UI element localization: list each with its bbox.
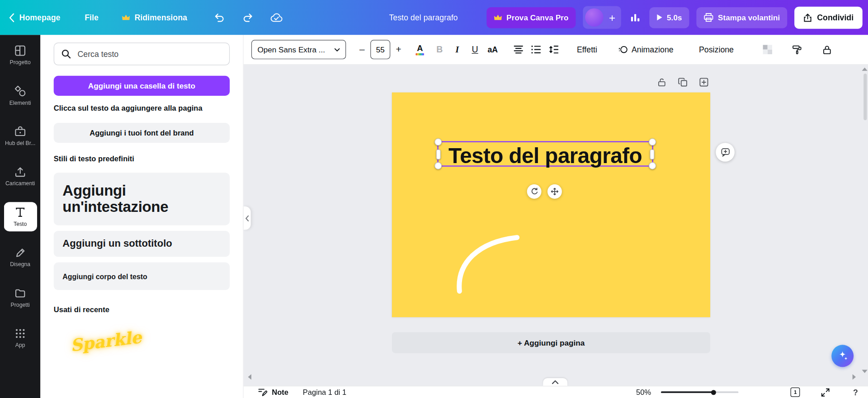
scroll-up-button[interactable] xyxy=(543,378,567,386)
rail-item-brand-hub[interactable]: Hub del Br... xyxy=(0,116,40,156)
brand-fonts-button[interactable]: Aggiungi i tuoi font del brand xyxy=(54,123,230,143)
selected-text[interactable]: Testo del paragrafo xyxy=(435,142,655,168)
zoom-slider[interactable] xyxy=(661,391,738,393)
homepage-link[interactable]: Homepage xyxy=(19,13,61,22)
text-color-button[interactable]: A xyxy=(416,44,424,55)
text-align-icon[interactable] xyxy=(509,40,527,59)
page-count-button[interactable]: 1 xyxy=(791,388,800,397)
page-lock-icon[interactable] xyxy=(656,77,666,87)
play-icon xyxy=(656,14,662,21)
elements-icon xyxy=(14,85,26,97)
page-controls xyxy=(656,77,708,87)
font-size-increase-button[interactable]: + xyxy=(392,40,406,58)
rail-item-uploads[interactable]: Caricamenti xyxy=(0,156,40,197)
zoom-slider-fill xyxy=(661,391,714,393)
animation-button[interactable]: Animazione xyxy=(618,45,674,54)
scrollbar-up-arrow[interactable] xyxy=(862,67,868,70)
undo-icon[interactable] xyxy=(214,13,226,22)
default-styles-heading: Stili di testo predefiniti xyxy=(54,155,230,163)
rail-item-text[interactable]: Testo xyxy=(0,197,40,237)
chevron-down-icon xyxy=(335,48,340,51)
comment-button[interactable] xyxy=(716,143,735,162)
selection-handle-e[interactable] xyxy=(650,150,655,159)
rotate-handle[interactable] xyxy=(527,184,542,199)
back-chevron-icon[interactable] xyxy=(9,13,14,22)
rainbow-bar xyxy=(416,53,424,55)
avatar[interactable] xyxy=(585,8,603,26)
resize-menu[interactable]: Ridimensiona xyxy=(122,13,188,22)
printer-icon xyxy=(703,13,713,22)
selection-handle-nw[interactable] xyxy=(434,138,442,145)
insights-icon[interactable] xyxy=(630,13,640,22)
font-size-decrease-button[interactable]: – xyxy=(355,40,369,58)
fullscreen-icon[interactable] xyxy=(821,388,830,397)
font-size-input[interactable] xyxy=(371,45,390,55)
help-button[interactable]: ? xyxy=(853,388,858,397)
print-flyers-button[interactable]: Stampa volantini xyxy=(696,7,787,28)
copy-style-roller-icon[interactable] xyxy=(788,40,806,59)
rail-item-elements[interactable]: Elementi xyxy=(0,75,40,116)
search-box[interactable] xyxy=(54,42,230,65)
font-size-box xyxy=(370,40,390,59)
lock-icon[interactable] xyxy=(818,40,836,59)
apps-grid-icon xyxy=(14,328,26,339)
notes-button[interactable]: Note xyxy=(258,388,288,397)
selection-handle-sw[interactable] xyxy=(434,162,442,169)
scrollbar-left-arrow[interactable] xyxy=(248,374,251,379)
topbar-right-group: Prova Canva Pro + 5.0s Stampa volantini xyxy=(486,6,863,28)
search-icon xyxy=(61,49,71,59)
rail-item-design[interactable]: Progetto xyxy=(0,35,40,75)
position-button[interactable]: Posizione xyxy=(699,45,734,54)
add-textbox-button[interactable]: Aggiungi una casella di testo xyxy=(54,76,230,96)
curve-element[interactable] xyxy=(452,231,521,296)
add-body-text-card[interactable]: Aggiungi corpo del testo xyxy=(54,262,230,290)
crown-icon xyxy=(122,14,130,20)
draw-icon xyxy=(14,247,26,258)
panel-hint-text: Clicca sul testo da aggiungere alla pagi… xyxy=(54,104,230,112)
brand-hub-icon xyxy=(14,126,26,137)
vertical-scrollbar-thumb[interactable] xyxy=(863,74,867,120)
rail-item-projects[interactable]: Progetti xyxy=(0,277,40,318)
add-member-icon[interactable]: + xyxy=(609,12,615,23)
transparency-icon[interactable] xyxy=(759,40,776,59)
notes-icon xyxy=(258,388,268,397)
bold-button[interactable]: B xyxy=(431,40,448,59)
add-page-button[interactable]: + Aggiungi pagina xyxy=(392,332,710,353)
panel-collapse-button[interactable] xyxy=(244,206,251,229)
selection-handle-w[interactable] xyxy=(436,150,441,159)
text-selection-box[interactable]: Testo del paragrafo xyxy=(437,141,653,166)
try-pro-button[interactable]: Prova Canva Pro xyxy=(486,7,576,28)
scrollbar-down-arrow[interactable] xyxy=(862,370,868,373)
effects-button[interactable]: Effetti xyxy=(577,45,597,54)
crown-icon xyxy=(494,14,502,20)
duplicate-page-icon[interactable] xyxy=(678,77,688,87)
font-family-select[interactable]: Open Sans Extra ... xyxy=(251,40,346,59)
file-menu[interactable]: File xyxy=(85,13,99,22)
italic-button[interactable]: I xyxy=(448,40,466,59)
letter-case-button[interactable]: aA xyxy=(484,40,501,59)
document-title[interactable]: Testo del paragrafo xyxy=(389,13,458,22)
rail-item-apps[interactable]: App xyxy=(0,318,40,358)
line-spacing-icon[interactable] xyxy=(545,40,562,59)
add-subtitle-card[interactable]: Aggiungi un sottotitolo xyxy=(54,231,230,257)
cloud-saved-icon[interactable] xyxy=(270,13,283,22)
add-page-icon[interactable] xyxy=(698,77,708,87)
zoom-slider-knob[interactable] xyxy=(711,390,716,395)
canva-editor: Homepage File Ridimensiona Testo del par… xyxy=(0,0,868,398)
add-heading-card[interactable]: Aggiungi un'intestazione xyxy=(54,173,230,225)
search-input[interactable] xyxy=(76,49,222,59)
canvas-area[interactable]: Testo del paragrafo + Aggiungi pagina xyxy=(244,65,868,386)
move-handle[interactable] xyxy=(547,184,562,199)
underline-button[interactable]: U xyxy=(466,40,484,59)
selection-handle-ne[interactable] xyxy=(649,138,656,145)
present-duration-button[interactable]: 5.0s xyxy=(649,7,689,28)
scrollbar-right-arrow[interactable] xyxy=(853,374,856,379)
share-button[interactable]: Condividi xyxy=(794,6,863,28)
rail-item-draw[interactable]: Disegna xyxy=(0,237,40,277)
redo-icon[interactable] xyxy=(242,13,254,22)
bullet-list-icon[interactable] xyxy=(527,40,545,59)
selection-handle-se[interactable] xyxy=(649,162,656,169)
ai-assistant-button[interactable] xyxy=(831,345,854,367)
recent-style-sparkle[interactable]: Sparkle xyxy=(69,327,142,355)
design-page[interactable]: Testo del paragrafo xyxy=(392,93,710,317)
